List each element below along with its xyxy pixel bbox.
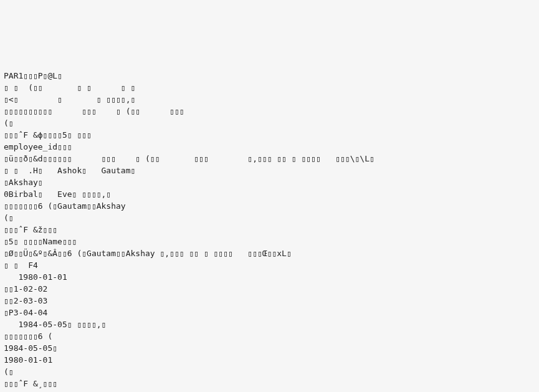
dump-text: PAR1▯▯▯P▯@L▯ ▯ ▯ (▯▯ ▯ ▯ ▯ ▯ ▯<▯ ▯ ▯ ▯▯▯… [4, 70, 535, 392]
binary-dump-view: PAR1▯▯▯P▯@L▯ ▯ ▯ (▯▯ ▯ ▯ ▯ ▯ ▯<▯ ▯ ▯ ▯▯▯… [0, 59, 539, 392]
